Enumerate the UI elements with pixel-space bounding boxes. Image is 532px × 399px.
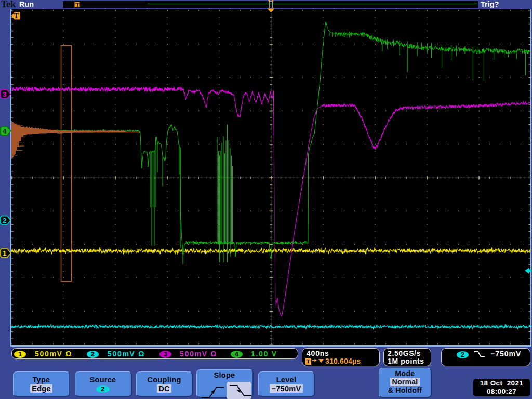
svg-text:4: 4 <box>3 127 7 135</box>
svg-text:3: 3 <box>3 90 7 98</box>
svg-text:2: 2 <box>3 217 7 224</box>
svg-text:1: 1 <box>3 249 7 257</box>
